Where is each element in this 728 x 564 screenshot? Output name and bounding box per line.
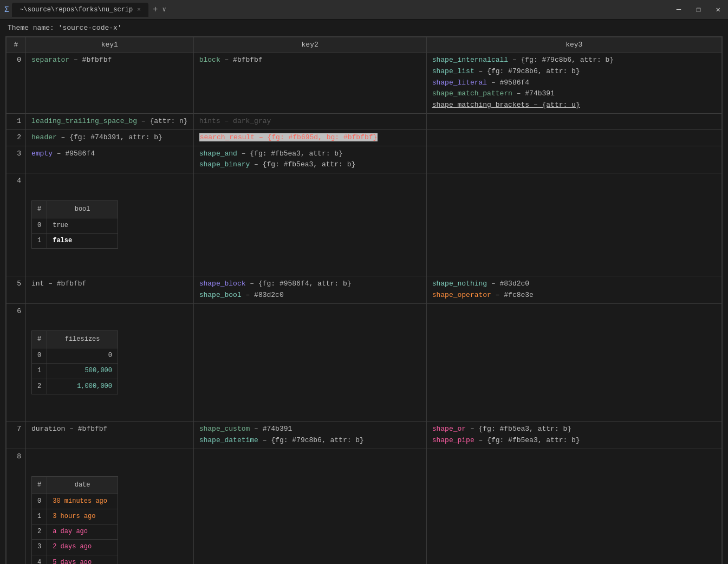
mini-val: 3 hours ago — [47, 509, 118, 524]
main-table-wrapper: # key1 key2 key3 0 separator – #bfbfbf b… — [5, 36, 723, 564]
row-num-0: 0 — [6, 53, 26, 114]
row-8-key3 — [426, 449, 722, 564]
table-row: 8 # date 0 30 minutes ago — [6, 449, 722, 564]
mini-row: 0 true — [32, 218, 118, 233]
mini-row: 1 3 hours ago — [32, 509, 118, 524]
tab-label: ~\source\repos\forks\nu_scrip — [20, 6, 133, 14]
mini-num: 0 — [32, 348, 47, 364]
mini-num: 1 — [32, 234, 47, 249]
row-num-7: 7 — [6, 422, 26, 449]
table-row: 0 separator – #bfbfbf block – #bfbfbf sh… — [6, 53, 722, 114]
row-num-5: 5 — [6, 276, 26, 303]
row-7-key1: duration – #bfbfbf — [26, 422, 194, 449]
mini-val: a day ago — [47, 524, 118, 540]
mini-val: 1,000,000 — [47, 379, 118, 394]
filesizes-mini-table: # filesizes 0 0 1 500,000 — [31, 330, 118, 394]
row-3-key2: shape_and – {fg: #fb5ea3, attr: b} shape… — [193, 146, 426, 173]
col-header-hash: # — [6, 37, 26, 53]
row-7-key2: shape_custom – #74b391 shape_datetime – … — [193, 422, 426, 449]
mini-val: 5 days ago — [47, 555, 118, 564]
mini-th-hash: # — [32, 331, 47, 348]
row-num-8: 8 — [6, 449, 26, 564]
row-num-1: 1 — [6, 113, 26, 129]
row-1-key3 — [426, 113, 722, 129]
maximize-button[interactable]: ❐ — [693, 4, 704, 15]
row-0-key2: block – #bfbfbf — [193, 53, 426, 114]
table-row: 6 # filesizes 0 0 — [6, 303, 722, 422]
mini-row: 2 a day ago — [32, 524, 118, 540]
mini-th-date: date — [47, 476, 118, 494]
main-table: # key1 key2 key3 0 separator – #bfbfbf b… — [6, 37, 722, 564]
row-0-key3: shape_internalcall – {fg: #79c8b6, attr:… — [426, 53, 722, 114]
row-5-key2: shape_block – {fg: #9586f4, attr: b} sha… — [193, 276, 426, 303]
minimize-button[interactable]: — — [673, 4, 684, 15]
mini-row: 1 false — [32, 234, 118, 249]
mini-num: 1 — [32, 364, 47, 379]
row-5-key1: int – #bfbfbf — [26, 276, 194, 303]
row-2-key3 — [426, 129, 722, 146]
row-4-key2 — [193, 173, 426, 276]
titlebar: Σ ~\source\repos\forks\nu_scrip × + ∨ — … — [0, 0, 728, 20]
mini-row: 4 5 days ago — [32, 555, 118, 564]
tab-close-button[interactable]: × — [137, 7, 141, 13]
mini-th-hash: # — [32, 476, 47, 494]
row-num-6: 6 — [6, 303, 26, 422]
row-1-key1: leading_trailing_space_bg – {attr: n} — [26, 113, 194, 129]
mini-num: 0 — [32, 218, 47, 233]
col-header-key3: key3 — [426, 37, 722, 53]
table-row: 7 duration – #bfbfbf shape_custom – #74b… — [6, 422, 722, 449]
mini-th-bool: bool — [47, 200, 118, 218]
mini-num: 4 — [32, 555, 47, 564]
row-num-3: 3 — [6, 146, 26, 173]
row-5-key3: shape_nothing – #83d2c0 shape_operator –… — [426, 276, 722, 303]
mini-num: 1 — [32, 509, 47, 524]
terminal-icon: Σ — [4, 5, 9, 14]
date-mini-table: # date 0 30 minutes ago 1 3 hours — [31, 476, 118, 564]
new-tab-button[interactable]: + — [148, 5, 162, 15]
col-header-key1: key1 — [26, 37, 194, 53]
table-row: 5 int – #bfbfbf shape_block – {fg: #9586… — [6, 276, 722, 303]
bool-mini-table: # bool 0 true 1 false — [31, 200, 118, 249]
row-6-key1: # filesizes 0 0 1 500,000 — [26, 303, 194, 422]
row-8-key1: # date 0 30 minutes ago 1 3 hours — [26, 449, 194, 564]
tab-active[interactable]: ~\source\repos\forks\nu_scrip × — [12, 3, 148, 17]
table-row: 4 # bool 0 true — [6, 173, 722, 276]
row-7-key3: shape_or – {fg: #fb5ea3, attr: b} shape_… — [426, 422, 722, 449]
mini-val: false — [47, 234, 118, 249]
mini-row: 0 30 minutes ago — [32, 494, 118, 509]
mini-row: 2 1,000,000 — [32, 379, 118, 394]
row-0-key1: separator – #bfbfbf — [26, 53, 194, 114]
mini-val: 2 days ago — [47, 540, 118, 555]
row-6-key3 — [426, 303, 722, 422]
row-1-key2: hints – dark_gray — [193, 113, 426, 129]
mini-num: 0 — [32, 494, 47, 509]
col-header-key2: key2 — [193, 37, 426, 53]
row-3-key1: empty – #9586f4 — [26, 146, 194, 173]
row-num-4: 4 — [6, 173, 26, 276]
mini-num: 2 — [32, 379, 47, 394]
tab-dropdown-button[interactable]: ∨ — [162, 5, 166, 14]
row-6-key2 — [193, 303, 426, 422]
mini-th-hash: # — [32, 200, 47, 218]
row-2-key2: search_result – {fg: #fb695d, bg: #bfbfb… — [193, 129, 426, 146]
row-3-key3 — [426, 146, 722, 173]
mini-val: true — [47, 218, 118, 233]
table-row: 3 empty – #9586f4 shape_and – {fg: #fb5e… — [6, 146, 722, 173]
mini-row: 0 0 — [32, 348, 118, 364]
row-8-key2 — [193, 449, 426, 564]
theme-name-line: Theme name: 'source-code-x' — [0, 20, 728, 36]
mini-row: 1 500,000 — [32, 364, 118, 379]
row-2-key1: header – {fg: #74b391, attr: b} — [26, 129, 194, 146]
mini-val: 500,000 — [47, 364, 118, 379]
window-controls: — ❐ ✕ — [673, 4, 724, 15]
row-4-key3 — [426, 173, 722, 276]
mini-num: 3 — [32, 540, 47, 555]
mini-val: 0 — [47, 348, 118, 364]
mini-th-filesizes: filesizes — [47, 331, 118, 348]
mini-num: 2 — [32, 524, 47, 540]
mini-val: 30 minutes ago — [47, 494, 118, 509]
table-row: 1 leading_trailing_space_bg – {attr: n} … — [6, 113, 722, 129]
row-4-key1: # bool 0 true 1 false — [26, 173, 194, 276]
close-button[interactable]: ✕ — [713, 4, 724, 15]
row-num-2: 2 — [6, 129, 26, 146]
